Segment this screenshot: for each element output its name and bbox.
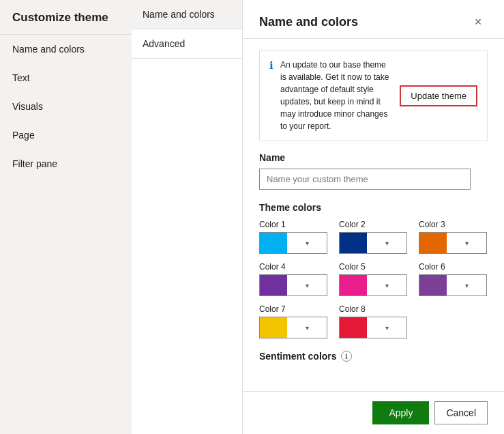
color-dropdown-4[interactable]: ▾ — [259, 274, 327, 296]
color-label-8: Color 8 — [339, 304, 408, 314]
color-swatch-1 — [260, 233, 287, 253]
color-label-4: Color 4 — [259, 262, 328, 272]
color-chevron-icon-1: ▾ — [287, 240, 327, 247]
main-content: Name and colors × ℹ An update to our bas… — [243, 0, 504, 434]
center-item-name-and-colors[interactable]: Name and colors — [132, 0, 242, 29]
color-swatch-8 — [340, 317, 367, 338]
color-item-6: Color 6▾ — [419, 262, 488, 296]
sidebar: Customize theme Name and colors Text Vis… — [0, 0, 132, 434]
sentiment-info-icon[interactable]: ℹ — [341, 351, 352, 362]
color-item-8: Color 8▾ — [339, 304, 408, 338]
color-chevron-icon-2: ▾ — [367, 240, 406, 247]
color-item-1: Color 1▾ — [259, 220, 328, 254]
sidebar-item-filter-pane[interactable]: Filter pane — [0, 149, 132, 178]
color-dropdown-5[interactable]: ▾ — [339, 274, 407, 296]
color-chevron-icon-8: ▾ — [367, 324, 406, 332]
main-title: Name and colors — [259, 15, 358, 29]
color-dropdown-1[interactable]: ▾ — [259, 232, 327, 254]
color-label-5: Color 5 — [339, 262, 408, 272]
color-item-5: Color 5▾ — [339, 262, 408, 296]
main-body: ℹ An update to our base theme is availab… — [243, 39, 504, 391]
info-banner: ℹ An update to our base theme is availab… — [259, 50, 488, 141]
colors-grid: Color 1▾Color 2▾Color 3▾Color 4▾Color 5▾… — [259, 220, 488, 338]
color-swatch-7 — [260, 317, 287, 338]
color-dropdown-6[interactable]: ▾ — [419, 274, 487, 296]
center-panel: Name and colors Advanced — [132, 0, 243, 434]
color-item-7: Color 7▾ — [259, 304, 328, 338]
color-label-7: Color 7 — [259, 304, 328, 314]
sentiment-colors-label: Sentiment colors — [259, 351, 337, 362]
sidebar-item-text[interactable]: Text — [0, 63, 132, 92]
info-text: An update to our base theme is available… — [280, 59, 393, 132]
color-chevron-icon-6: ▾ — [447, 282, 486, 289]
sidebar-item-visuals[interactable]: Visuals — [0, 92, 132, 121]
color-dropdown-7[interactable]: ▾ — [259, 317, 327, 338]
sidebar-item-page[interactable]: Page — [0, 121, 132, 149]
color-label-2: Color 2 — [339, 220, 408, 229]
color-dropdown-2[interactable]: ▾ — [339, 232, 407, 254]
theme-colors-label: Theme colors — [259, 202, 488, 213]
color-dropdown-8[interactable]: ▾ — [339, 317, 407, 338]
color-swatch-2 — [340, 233, 367, 253]
color-swatch-5 — [340, 275, 367, 295]
cancel-button[interactable]: Cancel — [434, 401, 488, 424]
name-section-label: Name — [259, 152, 488, 163]
color-label-6: Color 6 — [419, 262, 488, 272]
color-chevron-icon-3: ▾ — [447, 240, 486, 247]
color-dropdown-3[interactable]: ▾ — [419, 232, 487, 254]
color-item-2: Color 2▾ — [339, 220, 408, 254]
theme-name-input[interactable] — [259, 169, 471, 190]
color-chevron-icon-4: ▾ — [287, 282, 327, 289]
close-button[interactable]: × — [469, 12, 488, 31]
color-item-4: Color 4▾ — [259, 262, 328, 296]
update-theme-button[interactable]: Update theme — [400, 85, 477, 106]
sidebar-item-name-colors[interactable]: Name and colors — [0, 35, 132, 63]
footer: Apply Cancel — [243, 391, 504, 434]
color-swatch-3 — [419, 233, 447, 253]
color-chevron-icon-5: ▾ — [367, 282, 406, 289]
main-header: Name and colors × — [243, 0, 504, 39]
sidebar-title: Customize theme — [0, 0, 132, 35]
color-swatch-6 — [419, 275, 447, 295]
color-label-1: Color 1 — [259, 220, 328, 229]
color-label-3: Color 3 — [419, 220, 488, 229]
sentiment-row: Sentiment colors ℹ — [259, 351, 488, 362]
center-item-advanced[interactable]: Advanced — [132, 29, 242, 59]
color-item-3: Color 3▾ — [419, 220, 488, 254]
color-swatch-4 — [260, 275, 287, 295]
apply-button[interactable]: Apply — [372, 401, 429, 424]
info-icon: ℹ — [269, 59, 273, 72]
color-chevron-icon-7: ▾ — [287, 324, 327, 332]
